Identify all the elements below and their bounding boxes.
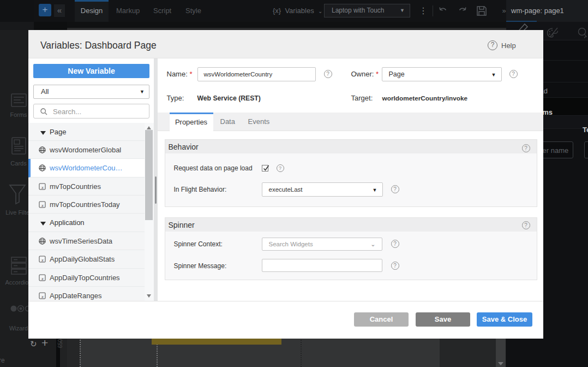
svg-text:x: x xyxy=(41,203,44,208)
svg-text:x: x xyxy=(41,276,44,281)
svg-text:x: x xyxy=(41,257,44,263)
svg-text:x: x xyxy=(41,185,44,190)
svg-text:x: x xyxy=(41,294,44,299)
